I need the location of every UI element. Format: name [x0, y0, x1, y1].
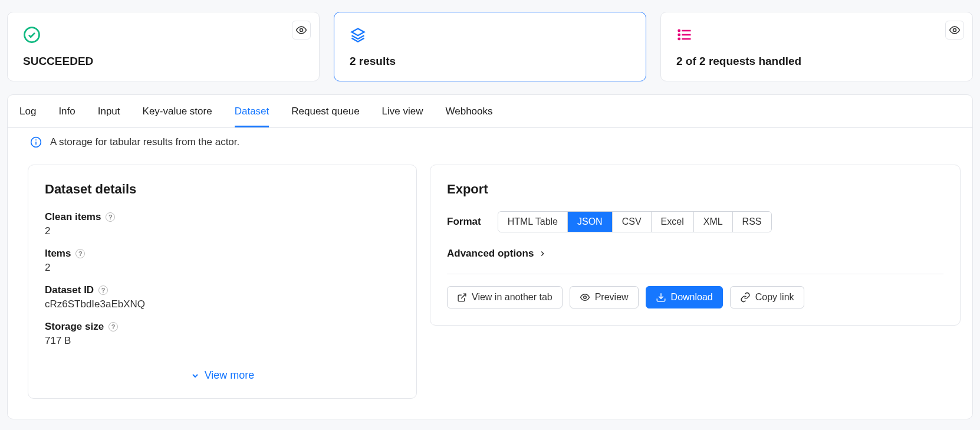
clean-items-label: Clean items [45, 211, 101, 223]
tabs-bar: Log Info Input Key-value store Dataset R… [8, 95, 972, 128]
export-title: Export [447, 182, 943, 197]
copy-link-button[interactable]: Copy link [730, 286, 804, 308]
format-excel[interactable]: Excel [652, 212, 694, 232]
format-rss[interactable]: RSS [733, 212, 771, 232]
download-label: Download [671, 292, 713, 303]
results-label: 2 results [350, 55, 630, 68]
divider [447, 274, 943, 274]
tab-request-queue[interactable]: Request queue [291, 95, 359, 127]
items-label: Items [45, 248, 71, 260]
svg-point-11 [35, 139, 37, 140]
view-tab-label: View in another tab [472, 292, 553, 303]
status-card-results[interactable]: 2 results [334, 12, 646, 81]
chevron-down-icon [190, 371, 200, 380]
view-more-label: View more [205, 369, 255, 382]
info-icon [30, 136, 42, 148]
svg-point-8 [953, 29, 956, 32]
dataset-id-value: cRz6STbdIe3aEbXNQ [45, 298, 400, 310]
download-icon [656, 292, 666, 303]
advanced-options-toggle[interactable]: Advanced options [447, 248, 943, 260]
eye-icon [949, 24, 961, 36]
preview-label: Preview [595, 292, 629, 303]
storage-size-value: 717 B [45, 335, 400, 347]
preview-button[interactable]: Preview [570, 286, 639, 308]
view-in-another-tab-button[interactable]: View in another tab [447, 286, 563, 308]
layers-icon [350, 27, 366, 43]
view-more-button[interactable]: View more [45, 369, 400, 382]
info-text: A storage for tabular results from the a… [50, 136, 239, 148]
tab-dataset[interactable]: Dataset [235, 95, 269, 127]
dataset-id-label: Dataset ID [45, 284, 94, 296]
svg-point-7 [679, 38, 680, 40]
check-circle-icon [23, 26, 41, 44]
help-icon[interactable]: ? [106, 212, 115, 222]
external-link-icon [457, 293, 467, 303]
items-value: 2 [45, 262, 400, 274]
format-json[interactable]: JSON [568, 212, 613, 232]
svg-point-12 [583, 296, 586, 299]
export-panel: Export Format HTML Table JSON CSV Excel … [430, 165, 961, 326]
download-button[interactable]: Download [646, 286, 723, 308]
tab-webhooks[interactable]: Webhooks [446, 95, 493, 127]
eye-icon [295, 24, 307, 36]
dataset-details-panel: Dataset details Clean items ? 2 Items ? … [28, 165, 417, 399]
eye-icon [580, 292, 590, 303]
tab-key-value-store[interactable]: Key-value store [143, 95, 212, 127]
clean-items-value: 2 [45, 225, 400, 237]
preview-requests-button[interactable] [945, 21, 964, 40]
dataset-details-title: Dataset details [45, 182, 400, 197]
link-icon [740, 292, 751, 303]
status-label: SUCCEEDED [23, 55, 304, 68]
format-html-table[interactable]: HTML Table [498, 212, 568, 232]
svg-point-6 [679, 34, 680, 35]
status-card-succeeded[interactable]: SUCCEEDED [7, 12, 320, 81]
chevron-right-icon [538, 250, 547, 258]
format-xml[interactable]: XML [694, 212, 733, 232]
tab-input[interactable]: Input [98, 95, 120, 127]
preview-status-button[interactable] [292, 21, 311, 40]
format-label: Format [447, 216, 481, 228]
svg-point-1 [300, 29, 303, 32]
list-icon [676, 27, 693, 43]
tab-live-view[interactable]: Live view [382, 95, 423, 127]
tab-log[interactable]: Log [19, 95, 36, 127]
advanced-options-label: Advanced options [447, 248, 534, 260]
copy-link-label: Copy link [755, 292, 794, 303]
format-segment: HTML Table JSON CSV Excel XML RSS [498, 211, 772, 232]
storage-size-label: Storage size [45, 321, 104, 333]
help-icon[interactable]: ? [108, 322, 118, 331]
tab-info[interactable]: Info [58, 95, 75, 127]
status-card-requests[interactable]: 2 of 2 requests handled [660, 12, 973, 81]
requests-label: 2 of 2 requests handled [676, 55, 957, 68]
help-icon[interactable]: ? [98, 285, 108, 295]
help-icon[interactable]: ? [75, 249, 85, 258]
format-csv[interactable]: CSV [613, 212, 652, 232]
svg-point-5 [679, 30, 680, 31]
